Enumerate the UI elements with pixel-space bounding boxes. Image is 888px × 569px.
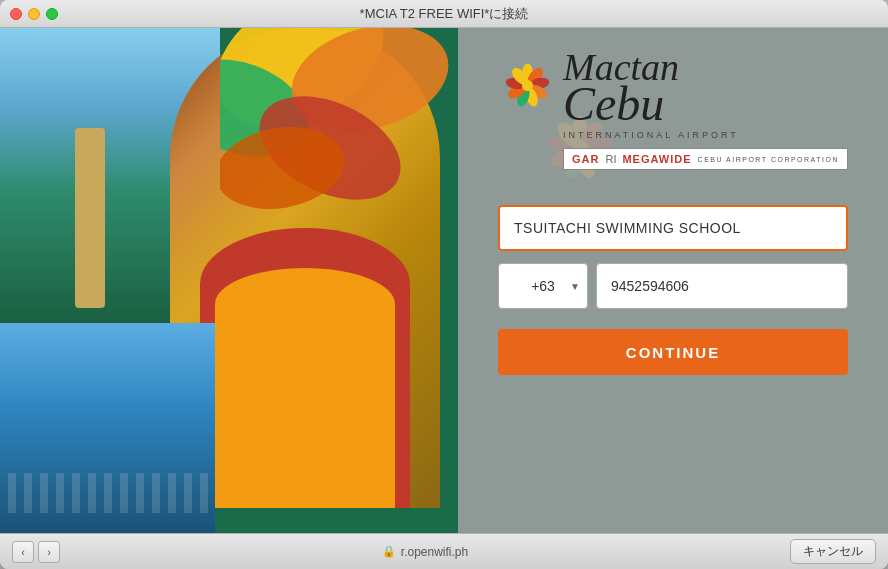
logo-cebu: Cebu bbox=[563, 82, 664, 125]
nav-buttons: ‹ › bbox=[12, 541, 60, 563]
titlebar: *MCIA T2 FREE WIFI*に接続 bbox=[0, 0, 888, 28]
forward-icon: › bbox=[47, 546, 51, 558]
water-ripples bbox=[0, 473, 215, 513]
phone-input[interactable] bbox=[596, 263, 848, 309]
shapes-svg bbox=[220, 28, 450, 228]
minimize-button[interactable] bbox=[28, 8, 40, 20]
url-area: 🔒 r.openwifi.ph bbox=[382, 545, 468, 559]
name-input[interactable] bbox=[498, 205, 848, 251]
country-code-select[interactable]: +63 +1 +81 bbox=[498, 263, 588, 309]
cancel-button[interactable]: キャンセル bbox=[790, 539, 876, 564]
bottom-bar: ‹ › 🔒 r.openwifi.ph キャンセル bbox=[0, 533, 888, 569]
dress-yellow bbox=[215, 268, 395, 508]
logo-flower-icon bbox=[500, 58, 555, 113]
window: *MCIA T2 FREE WIFI*に接続 bbox=[0, 0, 888, 569]
country-code-wrapper: +63 +1 +81 ▼ bbox=[498, 263, 588, 309]
close-button[interactable] bbox=[10, 8, 22, 20]
statue-figure bbox=[50, 88, 130, 308]
svg-point-24 bbox=[522, 80, 533, 91]
phone-row: +63 +1 +81 ▼ bbox=[498, 263, 848, 309]
continue-button[interactable]: CONTINUE bbox=[498, 329, 848, 375]
sponsor-megawide: MEGAWIDE bbox=[622, 153, 691, 165]
lock-icon: 🔒 bbox=[382, 545, 396, 558]
kids-bg bbox=[0, 323, 215, 533]
main-content: Mactan Cebu INTERNATIONAL AIRPORT GAR RI… bbox=[0, 28, 888, 533]
color-shapes bbox=[220, 28, 450, 228]
sponsor-gar: GAR bbox=[572, 153, 599, 165]
window-title: *MCIA T2 FREE WIFI*に接続 bbox=[360, 5, 529, 23]
form-panel: Mactan Cebu INTERNATIONAL AIRPORT GAR RI… bbox=[458, 28, 888, 533]
logo-area: Mactan Cebu INTERNATIONAL AIRPORT GAR RI… bbox=[498, 48, 848, 170]
back-button[interactable]: ‹ bbox=[12, 541, 34, 563]
logo-international: INTERNATIONAL AIRPORT bbox=[563, 130, 739, 140]
forward-button[interactable]: › bbox=[38, 541, 60, 563]
sponsor-cac: CEBU AIRPORT CORPORATION bbox=[698, 156, 839, 163]
traffic-lights bbox=[10, 8, 58, 20]
form-fields: +63 +1 +81 ▼ CONTINUE bbox=[498, 205, 848, 375]
zoom-button[interactable] bbox=[46, 8, 58, 20]
back-icon: ‹ bbox=[21, 546, 25, 558]
url-text: r.openwifi.ph bbox=[401, 545, 468, 559]
